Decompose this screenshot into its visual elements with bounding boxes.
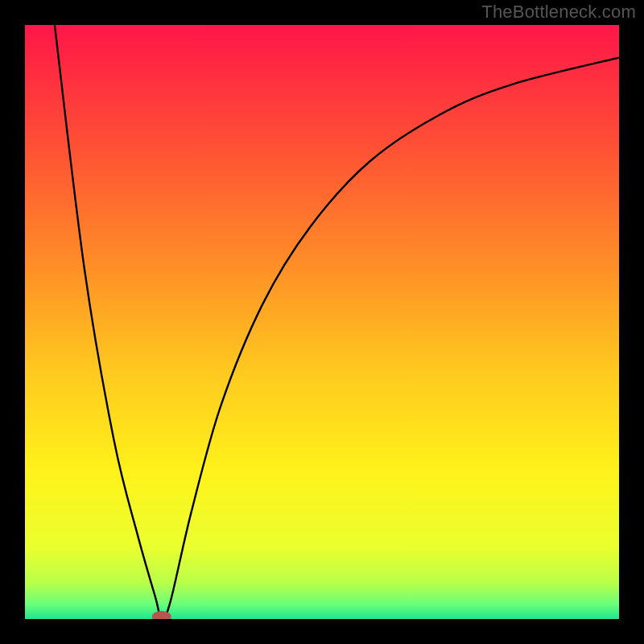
chart-svg <box>25 25 619 619</box>
plot-area <box>25 25 619 619</box>
gradient-background <box>25 25 619 619</box>
attribution-text: TheBottleneck.com <box>481 2 636 23</box>
chart-frame: TheBottleneck.com <box>0 0 644 644</box>
